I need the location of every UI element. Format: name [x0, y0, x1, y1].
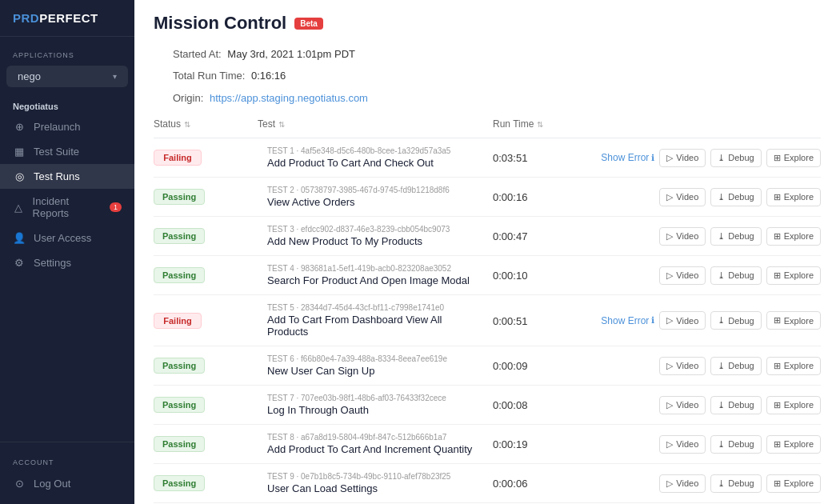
run-time-value: 0:00:51 [493, 315, 527, 327]
video-button[interactable]: ▷ Video [659, 357, 706, 375]
debug-icon: ⤓ [718, 270, 725, 281]
video-button[interactable]: ▷ Video [659, 435, 706, 454]
video-button[interactable]: ▷ Video [659, 474, 706, 493]
debug-icon: ⤓ [718, 478, 725, 489]
page-title: Mission Control [154, 13, 286, 34]
video-button[interactable]: ▷ Video [659, 149, 706, 167]
explore-button[interactable]: ⊞ Explore [766, 149, 821, 167]
test-info-cell: TEST 2 · 05738797-3985-467d-9745-fd9b121… [258, 186, 493, 208]
test-column-header[interactable]: Test ⇅ [258, 118, 493, 130]
test-id: TEST 7 · 707ee03b-98f1-48b6-af03-76433f3… [267, 394, 483, 402]
explore-button[interactable]: ⊞ Explore [766, 311, 821, 330]
test-info-cell: TEST 4 · 983681a1-5ef1-419b-acb0-823208a… [258, 264, 493, 286]
sidebar-item-log-out[interactable]: ⊙ Log Out [0, 471, 134, 496]
explore-button[interactable]: ⊞ Explore [766, 357, 821, 375]
debug-icon: ⤓ [718, 231, 725, 242]
debug-button[interactable]: ⤓ Debug [710, 188, 761, 206]
total-run-row: Total Run Time: 0:16:16 [173, 66, 802, 85]
runtime-cell: 0:00:47 [493, 229, 597, 243]
debug-icon: ⤓ [718, 153, 725, 163]
video-button[interactable]: ▷ Video [659, 396, 706, 414]
explore-label: Explore [784, 439, 814, 449]
runtime-cell: 0:03:51 [493, 150, 597, 165]
video-label: Video [676, 361, 698, 370]
debug-label: Debug [728, 478, 754, 488]
runtime-cell: 0:00:51 [493, 314, 597, 328]
explore-label: Explore [784, 270, 814, 280]
run-time-value: 0:00:19 [493, 438, 527, 450]
sidebar-item-user-access[interactable]: 👤 User Access [0, 226, 134, 250]
run-time-value: 0:03:51 [493, 152, 527, 164]
video-button[interactable]: ▷ Video [659, 311, 706, 330]
debug-label: Debug [728, 270, 754, 280]
status-cell: Passing [154, 358, 258, 374]
sidebar-item-test-runs[interactable]: ◎ Test Runs [0, 164, 134, 189]
meta-info: Started At: May 3rd, 2021 1:01pm PDT Tot… [154, 45, 821, 107]
table-row: Passing TEST 7 · 707ee03b-98f1-48b6-af03… [154, 386, 821, 425]
video-button[interactable]: ▷ Video [659, 227, 706, 246]
runtime-col-label: Run Time [493, 118, 534, 130]
sidebar-item-test-suite[interactable]: ▦ Test Suite [0, 139, 134, 164]
debug-button[interactable]: ⤓ Debug [710, 311, 761, 330]
test-info-cell: TEST 5 · 28344d7-45d4-43cf-bf11-c7998e17… [258, 303, 493, 338]
show-error-link[interactable]: Show Error ℹ [601, 315, 654, 326]
explore-button[interactable]: ⊞ Explore [766, 266, 821, 285]
app-selector[interactable]: nego ▾ [6, 66, 128, 87]
status-col-label: Status [154, 118, 181, 130]
debug-button[interactable]: ⤓ Debug [710, 357, 761, 375]
debug-icon: ⤓ [718, 315, 725, 326]
video-icon: ▷ [666, 153, 673, 163]
debug-button[interactable]: ⤓ Debug [710, 149, 761, 167]
run-time-value: 0:00:10 [493, 270, 527, 282]
test-name: New User Can Sign Up [267, 365, 483, 377]
video-button[interactable]: ▷ Video [659, 266, 706, 285]
run-time-value: 0:00:16 [493, 191, 527, 203]
debug-icon: ⤓ [718, 361, 725, 371]
explore-button[interactable]: ⊞ Explore [766, 396, 821, 414]
debug-button[interactable]: ⤓ Debug [710, 474, 761, 493]
show-error-link[interactable]: Show Error ℹ [601, 152, 654, 163]
status-column-header[interactable]: Status ⇅ [154, 118, 258, 130]
status-cell: Passing [154, 228, 258, 244]
logout-icon: ⊙ [13, 478, 26, 490]
debug-button[interactable]: ⤓ Debug [710, 266, 761, 285]
explore-icon: ⊞ [774, 231, 781, 242]
runtime-cell: 0:00:08 [493, 398, 597, 412]
incident-badge: 1 [110, 202, 122, 212]
runtime-column-header[interactable]: Run Time ⇅ [493, 118, 597, 130]
debug-label: Debug [728, 192, 754, 202]
incident-reports-icon: △ [13, 202, 25, 214]
test-id: TEST 5 · 28344d7-45d4-43cf-bf11-c7998e17… [267, 303, 483, 312]
explore-button[interactable]: ⊞ Explore [766, 474, 821, 493]
origin-url[interactable]: https://app.staging.negotiatus.com [210, 92, 368, 104]
app-name: nego [18, 70, 41, 82]
test-id: TEST 9 · 0e7b1b8c5-734b-49bc-9110-afef78… [267, 472, 483, 481]
debug-button[interactable]: ⤓ Debug [710, 396, 761, 414]
test-info-cell: TEST 9 · 0e7b1b8c5-734b-49bc-9110-afef78… [258, 472, 493, 494]
actions-cell: ▷ Video ⤓ Debug ⊞ Explore [597, 266, 821, 285]
run-time-value: 0:00:08 [493, 399, 527, 411]
runtime-cell: 0:00:16 [493, 190, 597, 204]
table-row: Passing TEST 2 · 05738797-3985-467d-9745… [154, 178, 821, 217]
explore-label: Explore [784, 192, 814, 202]
page-header: Mission Control Beta Started At: May 3rd… [134, 0, 840, 110]
explore-button[interactable]: ⊞ Explore [766, 435, 821, 454]
explore-label: Explore [784, 231, 814, 241]
video-button[interactable]: ▷ Video [659, 188, 706, 206]
sidebar-item-settings[interactable]: ⚙ Settings [0, 250, 134, 275]
sidebar-item-incident-reports[interactable]: △ Incident Reports 1 [0, 189, 134, 226]
video-label: Video [676, 439, 698, 449]
explore-label: Explore [784, 400, 814, 410]
explore-icon: ⊞ [774, 315, 781, 326]
debug-button[interactable]: ⤓ Debug [710, 435, 761, 454]
debug-button[interactable]: ⤓ Debug [710, 227, 761, 246]
explore-icon: ⊞ [774, 478, 781, 489]
status-badge: Passing [154, 358, 205, 374]
sidebar-item-prelaunch[interactable]: ⊕ Prelaunch [0, 114, 134, 139]
explore-icon: ⊞ [774, 439, 781, 450]
video-icon: ▷ [666, 439, 673, 450]
explore-button[interactable]: ⊞ Explore [766, 188, 821, 206]
explore-button[interactable]: ⊞ Explore [766, 227, 821, 246]
runtime-cell: 0:00:06 [493, 476, 597, 490]
video-icon: ▷ [666, 361, 673, 371]
